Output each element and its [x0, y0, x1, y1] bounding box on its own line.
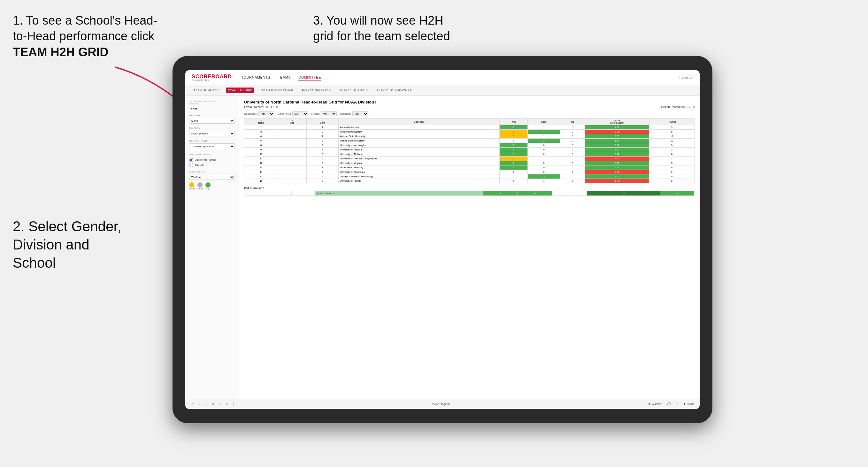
table-row: 2 1 Auburn University 2 1 0 1.67 9 — [244, 125, 694, 130]
sub-nav: TEAM SUMMARY TEAM H2H GRID TEAM H2H HEAT… — [185, 85, 700, 96]
toolbar-right: 👁 Watch ▾ 💬 ⊡ ⬆ Share — [647, 402, 696, 406]
sub-nav-player-summary[interactable]: PLAYER SUMMARY — [300, 88, 333, 93]
conference-filter: Conference (All) — [278, 111, 308, 116]
region-filter: Region (All) — [311, 111, 337, 116]
opponent-filter-select[interactable]: (All) — [352, 111, 368, 116]
gender-select[interactable]: Men's — [189, 118, 235, 124]
colour-swatches: Down Level Up — [189, 182, 235, 190]
table-row: 13 1 Texas Tech University 3 0 0 5.56 9 — [244, 165, 694, 170]
table-row: 8 2 University of Washington 1 0 0 3.67 … — [244, 143, 694, 148]
table-row: 10 5 University of Alabama 3 0 0 2.61 8 — [244, 152, 694, 157]
table-header-row: #Rank #Reg #Conf Opponent Win Loss Tie D… — [244, 119, 694, 125]
table-row: 14 2 University of Oklahoma 1 2 0 -1.00 … — [244, 170, 694, 175]
radio-opponents-played[interactable]: Opponents Played — [189, 158, 235, 162]
region-filter-select[interactable]: (All) — [321, 111, 337, 116]
annotation-3: 3. You will now see H2H grid for the tea… — [313, 13, 530, 44]
app-nav: SCOREBOARD Powered by clippi TOURNAMENTS… — [185, 70, 700, 85]
nav-committee[interactable]: COMMITTEE — [299, 74, 321, 81]
timestamp: Last Updated: 27/03/2024 16:55:38 — [189, 100, 235, 105]
colour-by-label: Colour by — [189, 170, 235, 173]
grid-title: University of North Carolina Head-to-Hea… — [244, 100, 694, 104]
annotation-2: 2. Select Gender, Division and School — [13, 217, 179, 272]
comment-btn[interactable]: 💬 — [666, 402, 672, 406]
col-win: Win — [500, 119, 528, 125]
nav-teams[interactable]: TEAMS — [278, 74, 291, 81]
table-row: 9 3 University of Arizona 1 0 0 9.00 2 — [244, 148, 694, 152]
sub-nav-team-h2h-heatmap[interactable]: TEAM H2H HEATMAP — [259, 88, 295, 93]
col-conf: #Conf — [306, 119, 338, 125]
col-rank: #Rank — [244, 119, 278, 125]
filter-row: Opponents: (All) Conference (All) Region… — [244, 111, 694, 116]
col-opponent: Opponent — [339, 119, 500, 125]
present-btn[interactable]: ⊡ — [674, 402, 680, 406]
tablet-screen: SCOREBOARD Powered by clippi TOURNAMENTS… — [185, 70, 700, 409]
h2h-grid-table: #Rank #Reg #Conf Opponent Win Loss Tie D… — [244, 118, 694, 183]
tablet-frame: SCOREBOARD Powered by clippi TOURNAMENTS… — [173, 56, 712, 423]
col-rounds: Rounds — [649, 119, 694, 125]
division-select[interactable]: NCAA Division I — [189, 131, 235, 136]
sub-nav-team-summary[interactable]: TEAM SUMMARY — [192, 88, 221, 93]
opponents-filter: Opponents: (All) — [244, 111, 274, 116]
col-diff: Diff AvStrokes/Rnd — [585, 119, 649, 125]
col-tie: Tie — [560, 119, 585, 125]
table-row: 12 3 University of Virginia 1 0 0 2.33 3 — [244, 161, 694, 165]
logo-sub: Powered by clippi — [192, 79, 232, 81]
sign-out-link[interactable]: Sign out — [681, 76, 693, 79]
swatch-level: Level — [197, 182, 203, 190]
sub-nav-player-h2h-grid[interactable]: PLAYER H2H GRID — [338, 88, 370, 93]
col-reg: #Reg — [278, 119, 307, 125]
share-btn[interactable]: ⬆ Share — [682, 402, 696, 406]
logo-text: SCOREBOARD — [192, 74, 232, 79]
table-row: 15 4 Georgia Institute of Technology 0 5… — [244, 175, 694, 179]
undo-btn[interactable]: ↩ — [189, 402, 194, 406]
division-label: Division — [189, 127, 235, 130]
record-row: Overall Record: 89 - 17 - 0 Division Rec… — [244, 105, 694, 108]
table-row: 11 6 University of Arkansas, Fayettevill… — [244, 157, 694, 161]
forward-btn[interactable]: ⊕ — [211, 402, 216, 406]
grid-area: University of North Carolina Head-to-Hea… — [239, 96, 700, 399]
table-row: 3 2 Vanderbilt University 0 4 0 -2.29 8 — [244, 130, 694, 134]
opponents-filter-select[interactable]: (All) — [258, 111, 274, 116]
redo-btn[interactable]: ↪ — [196, 402, 201, 406]
school-label: School (Rank) — [189, 139, 235, 143]
school-select[interactable]: 1. University of Nort... — [189, 144, 235, 149]
sub-nav-player-h2h-heatmap[interactable]: PLAYER H2H HEATMAP — [375, 88, 414, 93]
logo-area: SCOREBOARD Powered by clippi — [192, 74, 232, 81]
sidebar-team-title: Team — [189, 107, 235, 111]
main-content: Last Updated: 27/03/2024 16:55:38 Team G… — [185, 96, 700, 399]
clock-btn[interactable]: ⏱ — [225, 402, 230, 406]
col-loss: Loss — [528, 119, 560, 125]
copy-btn[interactable]: ⊞ — [218, 402, 223, 406]
radio-group: Opponents Played Top 100 — [189, 158, 235, 167]
toolbar-view: View: Original — [237, 403, 645, 406]
sidebar: Last Updated: 27/03/2024 16:55:38 Team G… — [185, 96, 239, 399]
back-btn[interactable]: ← — [203, 402, 209, 406]
opponent-filter: Opponent (All) — [340, 111, 368, 116]
table-row: 4 1 Arizona State University 0 1 0 2.29 … — [244, 134, 694, 138]
table-row: 16 3 University of Florida 1 1 0 -6.42 9 — [244, 179, 694, 183]
nav-tournaments[interactable]: TOURNAMENTS — [242, 74, 270, 81]
sub-nav-team-h2h-grid[interactable]: TEAM H2H GRID — [226, 88, 254, 93]
swatch-up: Up — [206, 182, 211, 190]
annotation-1: 1. To see a School's Head- to-Head perfo… — [13, 13, 205, 60]
out-of-division-row: NCAA Division II 1 0 0 26.00 3 — [244, 191, 694, 196]
swatch-down: Down — [189, 182, 195, 190]
watch-btn[interactable]: 👁 Watch ▾ — [647, 402, 663, 406]
out-of-division-table: NCAA Division II 1 0 0 26.00 3 — [244, 191, 694, 196]
colour-by-select[interactable]: Win/loss — [189, 174, 235, 180]
opponent-view-label: Opponent View — [189, 153, 235, 156]
toolbar: ↩ ↪ ← ⊕ ⊞ ⏱ View: Original 👁 Watch ▾ 💬 ⊡… — [185, 399, 700, 409]
out-of-division-label: Out of division — [244, 187, 694, 190]
gender-label: Gender — [189, 114, 235, 117]
nav-items: TOURNAMENTS TEAMS COMMITTEE — [242, 74, 679, 81]
radio-top100[interactable]: Top 100 — [189, 163, 235, 167]
table-row: 6 2 Florida State University 1 2 0 1.83 … — [244, 138, 694, 143]
conference-filter-select[interactable]: (All) — [292, 111, 308, 116]
toolbar-sep — [233, 402, 234, 407]
